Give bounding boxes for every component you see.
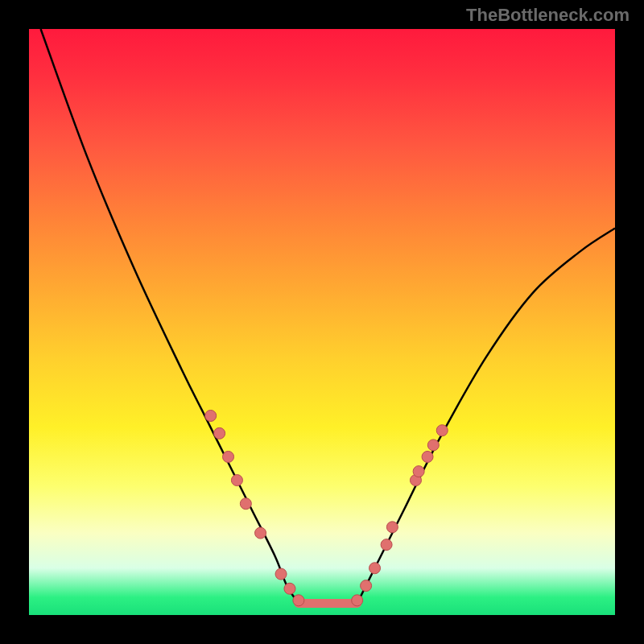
marker-group — [205, 410, 448, 605]
data-marker — [386, 522, 398, 533]
data-marker — [381, 539, 392, 551]
data-marker — [352, 595, 363, 606]
right-curve — [357, 229, 615, 604]
watermark-text: TheBottleneck.com — [466, 5, 630, 26]
data-marker — [231, 475, 242, 486]
data-marker — [293, 595, 304, 606]
data-marker — [413, 466, 424, 477]
data-marker — [275, 568, 287, 580]
data-marker — [223, 451, 234, 462]
data-marker — [240, 498, 251, 510]
plot-area — [29, 29, 615, 615]
data-marker — [255, 527, 266, 539]
data-marker — [284, 583, 295, 594]
data-marker — [214, 427, 225, 439]
left-curve — [41, 29, 299, 603]
data-marker — [422, 451, 433, 462]
data-marker — [369, 563, 381, 574]
chart-svg — [29, 29, 615, 615]
data-marker — [436, 425, 448, 436]
data-marker — [427, 440, 439, 451]
data-marker — [361, 580, 372, 592]
data-marker — [205, 410, 217, 421]
